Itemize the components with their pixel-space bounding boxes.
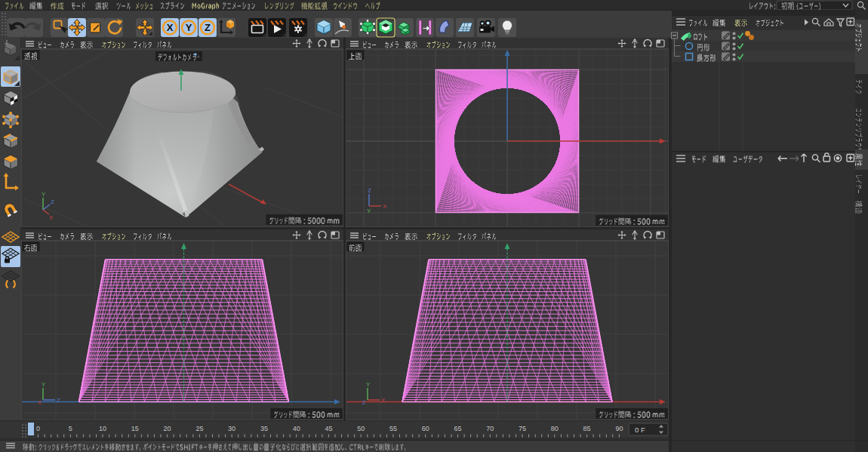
svg-text:Z: Z	[57, 397, 60, 404]
svg-text:80: 80	[551, 425, 559, 432]
svg-text:10: 10	[99, 425, 106, 432]
svg-text:85: 85	[583, 425, 591, 432]
svg-text:65: 65	[454, 425, 461, 432]
svg-text:Y: Y	[366, 381, 371, 388]
svg-text:0 F: 0 F	[635, 426, 645, 434]
svg-text:35: 35	[260, 425, 268, 432]
svg-text:X: X	[49, 214, 54, 221]
svg-text:20: 20	[164, 425, 171, 432]
svg-text:0: 0	[36, 425, 40, 432]
svg-text:Z: Z	[205, 22, 211, 33]
svg-text:X: X	[383, 203, 387, 210]
svg-text:15: 15	[131, 425, 139, 432]
svg-text:X: X	[38, 400, 42, 405]
svg-text:30: 30	[228, 425, 235, 432]
svg-text:Z: Z	[368, 187, 371, 194]
svg-text:Y: Y	[186, 22, 192, 33]
svg-text:45: 45	[325, 425, 332, 432]
svg-text:5: 5	[69, 425, 72, 432]
svg-text:40: 40	[293, 425, 300, 432]
svg-text:Y: Y	[367, 208, 371, 214]
svg-text:70: 70	[486, 425, 494, 432]
svg-text:X: X	[167, 22, 174, 33]
svg-text:25: 25	[195, 425, 203, 432]
svg-text:50: 50	[357, 425, 365, 432]
svg-text:X: X	[381, 397, 386, 404]
svg-text:90: 90	[615, 425, 623, 432]
svg-text:Z: Z	[362, 400, 366, 405]
svg-text:55: 55	[389, 425, 397, 432]
svg-text:Z: Z	[51, 198, 54, 205]
svg-text:75: 75	[519, 425, 526, 432]
svg-text:60: 60	[422, 425, 429, 432]
svg-text:Y: Y	[42, 381, 46, 388]
svg-text:Y: Y	[42, 191, 46, 198]
